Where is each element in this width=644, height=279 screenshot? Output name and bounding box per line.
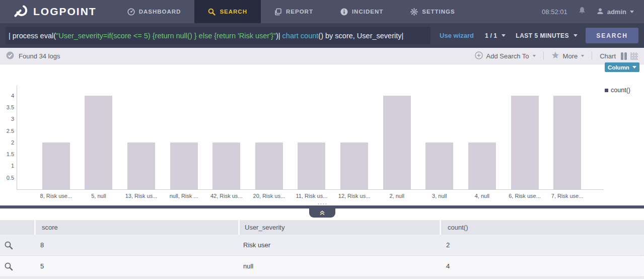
main-nav: DASHBOARD SEARCH REPORT <box>114 0 469 23</box>
row-icon-cell <box>0 241 34 250</box>
topnav-right: 08:52:01 admin <box>542 0 644 23</box>
user-menu[interactable]: admin <box>597 8 634 16</box>
cell-user-severity: null <box>238 262 440 270</box>
bar-8[interactable] <box>340 143 368 189</box>
bar-10[interactable] <box>425 143 453 189</box>
nav-item-search[interactable]: SEARCH <box>194 0 261 23</box>
bar-slot: 8, Risk use... <box>35 86 78 189</box>
pager-value: 1 / 1 <box>485 32 497 39</box>
table-body: 8Risk user25null4 <box>0 235 644 277</box>
results-table: score User_severity count() 8Risk user25… <box>0 220 644 277</box>
nav-item-report[interactable]: REPORT <box>261 0 327 23</box>
bar-slot: 4, null <box>461 86 504 189</box>
x-axis-category-label: 3, null <box>432 193 447 199</box>
row-search-magnifier-icon[interactable] <box>4 262 13 271</box>
nav-label: INCIDENT <box>352 9 383 15</box>
table-header-count: count() <box>440 220 644 235</box>
table-header-score: score <box>34 220 238 235</box>
settings-icon <box>410 8 418 16</box>
nav-label: SEARCH <box>220 9 247 15</box>
x-axis-category-label: null, Risk ... <box>170 193 198 199</box>
bar-4[interactable] <box>170 143 198 189</box>
found-logs-text: Found 34 logs <box>19 52 60 60</box>
cell-score: 8 <box>34 241 238 249</box>
cell-count: 4 <box>440 262 644 270</box>
clock: 08:52:01 <box>542 8 567 16</box>
query-bar: | process eval("User_severity=if(score <… <box>0 23 644 48</box>
search-query-input[interactable]: | process eval("User_severity=if(score <… <box>6 27 431 44</box>
use-wizard-link[interactable]: Use wizard <box>440 32 474 39</box>
nav-item-dashboard[interactable]: DASHBOARD <box>114 0 195 23</box>
more-menu[interactable]: More <box>551 51 585 60</box>
bar-slot: 7, Risk use... <box>546 86 589 189</box>
add-search-to-menu[interactable]: Add Search To <box>475 51 536 61</box>
bar-slot: 11, Risk us... <box>291 86 333 189</box>
row-icon-cell <box>0 262 34 271</box>
chart-view-label: Chart <box>600 52 616 60</box>
y-axis-tick-label: 4 <box>11 92 14 99</box>
view-toggle <box>621 52 638 60</box>
panel-splitter[interactable] <box>0 205 644 208</box>
separator <box>543 52 544 60</box>
cell-count: 2 <box>440 241 644 249</box>
bar-slot: 20, Risk us... <box>248 86 291 189</box>
bar-slot: 42, Risk us... <box>205 86 248 189</box>
table-row: 8Risk user2 <box>0 235 644 256</box>
chevron-down-icon <box>533 55 536 57</box>
notifications-bell-icon[interactable] <box>579 7 586 17</box>
user-avatar-icon <box>597 8 604 16</box>
bar-slot: null, Risk ... <box>163 86 205 189</box>
collapse-panel-button[interactable] <box>309 208 335 218</box>
separator <box>592 52 592 60</box>
bar-7[interactable] <box>298 143 325 189</box>
grid-view-icon[interactable] <box>630 52 638 60</box>
logpoint-app: LOGPOINT DASHBOARD <box>0 0 644 279</box>
x-axis-category-label: 2, null <box>389 193 404 199</box>
y-axis-tick-label: 0.5 <box>7 174 14 181</box>
query-segment: )| <box>276 32 282 40</box>
chart-type-dropdown[interactable]: Column <box>605 62 639 72</box>
bar-6[interactable] <box>255 143 283 189</box>
report-icon <box>274 8 282 16</box>
nav-label: SETTINGS <box>422 9 455 15</box>
logpoint-logo[interactable]: LOGPOINT <box>0 0 114 23</box>
bar-slot: 5, null <box>78 86 120 189</box>
time-range-selector[interactable]: LAST 5 MINUTES <box>516 32 578 39</box>
cell-user-severity: Risk user <box>238 241 440 249</box>
chart-panel: Column count() 0.511.522.533.54 8, Risk … <box>0 64 644 205</box>
more-label: More <box>563 52 578 60</box>
dashboard-icon <box>127 8 135 16</box>
bar-3[interactable] <box>127 143 155 189</box>
legend-label: count() <box>611 87 630 94</box>
nav-item-incident[interactable]: INCIDENT <box>327 0 397 23</box>
legend-swatch <box>605 89 608 92</box>
chevron-down-icon <box>632 66 636 68</box>
bar-13[interactable] <box>553 96 581 189</box>
chart-view-icon[interactable] <box>621 52 627 60</box>
query-pager[interactable]: 1 / 1 <box>485 32 506 39</box>
chevron-down-icon <box>581 55 584 57</box>
row-search-magnifier-icon[interactable] <box>4 241 13 250</box>
bar-2[interactable] <box>85 96 112 189</box>
y-axis-tick-label: 1.5 <box>7 151 14 158</box>
bar-1[interactable] <box>42 143 70 189</box>
bar-9[interactable] <box>383 96 411 189</box>
search-icon <box>208 8 216 16</box>
bar-11[interactable] <box>468 143 496 189</box>
top-navigation: LOGPOINT DASHBOARD <box>0 0 644 23</box>
search-button[interactable]: SEARCH <box>586 28 638 43</box>
bar-12[interactable] <box>511 96 539 189</box>
incident-icon <box>340 8 348 16</box>
status-bar: Found 34 logs Add Search To <box>0 48 644 64</box>
next-row-edge <box>0 277 644 279</box>
y-axis-tick-label: 3 <box>11 115 14 122</box>
y-axis-tick-label: 1 <box>11 162 14 169</box>
bar-5[interactable] <box>212 143 240 189</box>
chevron-down-icon <box>502 34 506 37</box>
cell-score: 5 <box>34 262 238 270</box>
query-segment: () by score, User_severity| <box>318 32 403 40</box>
x-axis-category-label: 12, Risk us... <box>338 193 371 199</box>
nav-item-settings[interactable]: SETTINGS <box>397 0 469 23</box>
plus-circle-icon <box>475 51 483 61</box>
username: admin <box>607 8 626 16</box>
